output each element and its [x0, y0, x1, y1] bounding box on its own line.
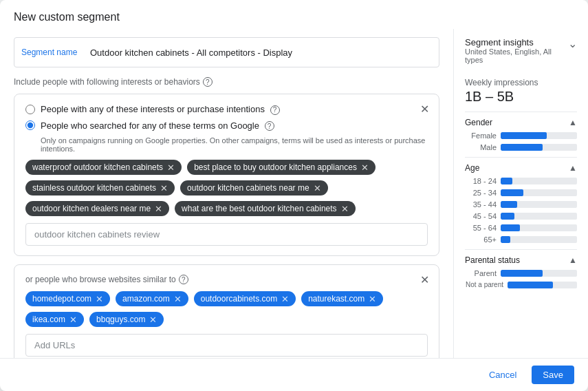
male-bar-track: [501, 144, 577, 151]
parental-parent-row: Parent: [465, 269, 577, 277]
gender-chevron-icon: ▲: [569, 118, 577, 127]
radio2-info-icon[interactable]: ?: [265, 121, 274, 131]
include-section-label: Include people with following interests …: [14, 77, 439, 87]
gender-section: Gender ▲ Female Male: [465, 118, 577, 151]
parental-chevron-icon: ▲: [569, 255, 577, 265]
tag-homedepot-remove[interactable]: ✕: [96, 295, 103, 304]
interests-card: ✕ People with any of these interests or …: [14, 94, 439, 256]
age-35-44-track: [501, 201, 577, 208]
modal: New custom segment Segment name Include …: [0, 0, 588, 391]
tag-bbqguys-remove[interactable]: ✕: [149, 315, 157, 324]
female-label: Female: [465, 131, 497, 140]
card2-close-button[interactable]: ✕: [419, 273, 431, 287]
divider3: [465, 249, 577, 250]
tag-ikea: ikea.com ✕: [25, 312, 84, 327]
url-input[interactable]: [25, 334, 428, 357]
age-section: Age ▲ 18 - 24 25 - 34 35 - 44: [465, 163, 577, 244]
age-25-34-label: 25 - 34: [465, 189, 497, 197]
age-45-54-label: 45 - 54: [465, 212, 497, 220]
female-bar-fill: [501, 132, 547, 139]
tag-waterproof: waterproof outdoor kitchen cabinets ✕: [25, 160, 182, 175]
tag-near-me-remove[interactable]: ✕: [314, 184, 321, 193]
age-65-label: 65+: [465, 235, 497, 244]
website-tags-area: homedepot.com ✕ amazon.com ✕ outdoorcabi…: [25, 291, 428, 327]
modal-header: New custom segment: [0, 0, 588, 29]
tag-best-place: best place to buy outdoor kitchen applia…: [187, 160, 375, 175]
tag-best-cabinets: what are the best outdoor kitchen cabine…: [175, 201, 355, 216]
tag-bbqguys: bbqguys.com ✕: [89, 312, 164, 327]
radio-row-search: People who searched for any of these ter…: [25, 120, 428, 131]
parental-section-title: Parental status ▲: [465, 255, 577, 265]
radio-search-label[interactable]: People who searched for any of these ter…: [41, 120, 274, 131]
age-45-54-fill: [501, 213, 514, 220]
age-25-34-row: 25 - 34: [465, 189, 577, 197]
not-parent-bar-track: [508, 282, 577, 288]
radio-interests[interactable]: [25, 105, 35, 114]
tag-amazon-remove[interactable]: ✕: [174, 295, 182, 304]
age-18-24-fill: [501, 178, 512, 184]
sidebar-subtitle: United States, English, All types: [465, 47, 568, 64]
modal-body: Segment name Include people with followi…: [0, 29, 588, 358]
age-25-34-fill: [501, 189, 523, 196]
sidebar-heading: Segment insights: [465, 37, 568, 47]
tag-dealers: outdoor kitchen dealers near me ✕: [25, 201, 169, 216]
tag-stainless: stainless outdoor kitchen cabinets ✕: [25, 180, 175, 196]
age-45-54-row: 45 - 54: [465, 212, 577, 220]
parent-bar-track: [501, 270, 577, 277]
modal-footer: Cancel Save: [0, 358, 588, 391]
tag-near-me: outdoor kitchen cabinets near me ✕: [180, 180, 327, 196]
tag-outdoorcabinets-remove[interactable]: ✕: [281, 295, 289, 304]
segment-name-label: Segment name: [21, 47, 83, 57]
parental-section: Parental status ▲ Parent Not a parent: [465, 255, 577, 288]
age-chevron-icon: ▲: [569, 163, 577, 173]
search-term-input[interactable]: [25, 223, 428, 246]
tag-best-place-remove[interactable]: ✕: [361, 163, 369, 172]
male-label: Male: [465, 143, 497, 151]
parent-bar-fill: [501, 270, 543, 277]
radio-row-interests: People with any of these interests or pu…: [25, 104, 428, 115]
age-65-track: [501, 236, 577, 243]
age-45-54-track: [501, 213, 577, 220]
age-65-fill: [501, 236, 510, 243]
tag-dealers-remove[interactable]: ✕: [155, 204, 162, 213]
tag-naturekast-remove[interactable]: ✕: [369, 295, 376, 304]
include-info-icon[interactable]: ?: [203, 77, 213, 87]
sidebar-panel: Segment insights United States, English,…: [454, 29, 588, 358]
age-55-64-fill: [501, 224, 520, 231]
save-button[interactable]: Save: [532, 366, 574, 384]
male-bar-fill: [501, 144, 543, 151]
modal-title: New custom segment: [14, 11, 120, 23]
gender-male-row: Male: [465, 143, 577, 151]
radio-interests-label[interactable]: People with any of these interests or pu…: [41, 104, 280, 115]
segment-name-input[interactable]: [90, 47, 432, 58]
segment-name-row: Segment name: [14, 37, 439, 67]
tag-amazon: amazon.com ✕: [116, 291, 188, 306]
age-35-44-fill: [501, 201, 517, 208]
divider2: [465, 157, 577, 158]
cancel-button[interactable]: Cancel: [481, 366, 525, 384]
tag-homedepot: homedepot.com ✕: [25, 291, 110, 306]
tag-best-cabinets-remove[interactable]: ✕: [341, 204, 349, 213]
gender-female-row: Female: [465, 131, 577, 140]
divider1: [465, 112, 577, 112]
age-55-64-label: 55 - 64: [465, 224, 497, 232]
tag-ikea-remove[interactable]: ✕: [69, 315, 77, 324]
websites-card: ✕ or people who browse websites similar …: [14, 264, 439, 358]
radio-search[interactable]: [25, 120, 35, 130]
sidebar-expand-button[interactable]: ⌄: [568, 37, 577, 50]
websites-info-icon[interactable]: ?: [179, 275, 188, 284]
sidebar-title-row: Segment insights United States, English,…: [465, 37, 577, 71]
tag-naturekast: naturekast.com ✕: [301, 291, 383, 306]
age-55-64-row: 55 - 64: [465, 224, 577, 232]
age-35-44-row: 35 - 44: [465, 200, 577, 209]
radio1-info-icon[interactable]: ?: [270, 105, 280, 115]
age-18-24-row: 18 - 24: [465, 177, 577, 185]
age-18-24-label: 18 - 24: [465, 177, 497, 185]
tag-waterproof-remove[interactable]: ✕: [167, 163, 175, 172]
age-55-64-track: [501, 224, 577, 231]
card1-close-button[interactable]: ✕: [419, 103, 431, 116]
tag-stainless-remove[interactable]: ✕: [160, 184, 168, 193]
weekly-impressions-value: 1B – 5B: [465, 89, 577, 105]
age-35-44-label: 35 - 44: [465, 200, 497, 209]
age-18-24-track: [501, 178, 577, 184]
